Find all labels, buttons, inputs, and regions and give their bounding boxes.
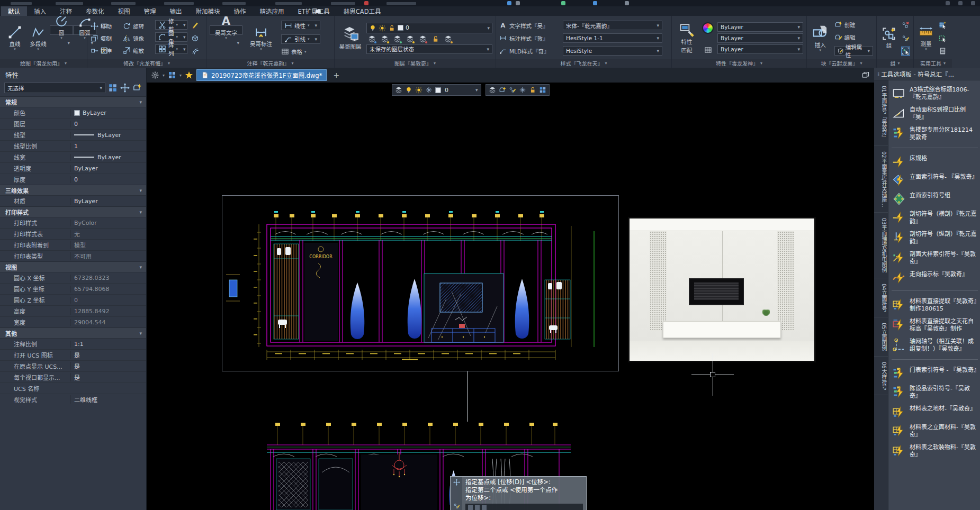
property-row[interactable]: 打印表附着到模型 — [0, 239, 146, 250]
erase-icon[interactable] — [191, 21, 199, 29]
style-dropdown[interactable]: HesiStyle — [563, 46, 662, 56]
property-row[interactable]: UCS 名称 — [0, 382, 146, 394]
ribbon-tab[interactable]: 精选应用 — [253, 6, 291, 16]
annotate-big-button[interactable]: A 吴哥文字▾ — [210, 25, 242, 35]
property-row[interactable]: 图层0 — [0, 118, 146, 129]
palette-item[interactable]: 立面索引符号- 『吴敦奇』 — [892, 171, 978, 189]
palette-item[interactable]: 剖切符号（横剖）『乾元嘉韵』 — [892, 208, 978, 228]
panel-label-draw[interactable]: 绘图『潜龙勿用』 — [0, 59, 87, 68]
layer-tool-icon[interactable] — [419, 35, 427, 43]
panel-label-styles[interactable]: 样式『飞龙在天』 — [496, 59, 671, 68]
layer-tool-icon[interactable] — [381, 35, 389, 43]
draw-tool-button[interactable]: 多段线▾ — [26, 25, 50, 51]
style-dropdown[interactable]: 宋体-『乾元嘉韵』 — [563, 21, 662, 30]
panel-label-block[interactable]: 块『云起龙襄』 — [807, 59, 876, 68]
layer-select-field[interactable]: 0 ▾ — [366, 23, 492, 33]
palette-item[interactable]: 门表索引符号 - 『吴敦奇』 — [892, 364, 978, 382]
palette-item[interactable]: 剖切符号（纵剖）『乾元嘉韵』 — [892, 228, 978, 248]
annotate-big-button[interactable]: 吴哥标注▾ — [245, 25, 277, 51]
property-row[interactable]: 透明度ByLayer — [0, 162, 146, 174]
palette-tab[interactable]: 05立面图例 — [874, 317, 888, 357]
draw-tool-button[interactable]: 圆▾ — [50, 25, 73, 35]
property-row[interactable]: 视觉样式二维线框 — [0, 394, 146, 405]
drawing-tab[interactable]: 20190723帝花溪谷张勇1F立面图.dwg* — [196, 69, 327, 81]
ribbon-tab[interactable]: 视图 — [111, 6, 137, 16]
style-dropdown[interactable]: HesiStyle 1-1 — [563, 33, 662, 43]
section-3d[interactable]: 三维效果 — [0, 185, 146, 195]
property-row[interactable]: 高度12885.8492 — [0, 305, 146, 316]
panel-label-layers[interactable]: 图层『吴敦奇』 — [335, 59, 496, 68]
panel-label-modify[interactable]: 修改『亢龙有悔』 — [87, 59, 206, 68]
palette-item[interactable]: 自动面积S到视口比例『吴』 — [892, 104, 978, 124]
palette-tab[interactable]: 03平面铺地及机电图例 — [874, 213, 888, 278]
match-properties-button[interactable]: 特性 匹配 — [675, 22, 698, 54]
panel-label-utils[interactable]: 实用工具 — [914, 59, 952, 68]
palette-item[interactable]: 轴网轴号（相互关联！成组复制！）『吴敦奇』 — [892, 335, 978, 360]
layer-lock-tool-icon[interactable] — [431, 35, 439, 43]
property-row[interactable]: 在原点显示 UCS...是 — [0, 360, 146, 371]
section-misc[interactable]: 其他 — [0, 327, 146, 338]
layer-freeze-icon[interactable] — [519, 86, 526, 94]
palette-item[interactable]: 立面索引符号组 — [892, 189, 978, 208]
section-plotstyle[interactable]: 打印样式 — [0, 206, 146, 217]
property-row[interactable]: 注释比例1:1 — [0, 338, 146, 349]
property-row[interactable]: 圆心 Z 坐标0 — [0, 294, 146, 305]
grip-handle-icon[interactable]: ⁞⁞ — [877, 71, 878, 77]
palette-item[interactable]: 走向指示标『吴敦奇』 — [892, 268, 978, 291]
layer-lock-icon[interactable] — [529, 86, 536, 94]
palette-item[interactable]: 床规格 — [892, 152, 978, 171]
modify-tool-button[interactable]: 旋转▾ — [123, 20, 155, 32]
property-row[interactable]: 打印样式表无 — [0, 228, 146, 239]
palette-item[interactable]: 材料表直接提取之天花自标高『吴敦奇』制作 — [892, 315, 978, 335]
layer-tool-icon[interactable] — [368, 35, 376, 43]
property-row[interactable]: 打印表类型不可用 — [0, 250, 146, 261]
modify-tool-button[interactable]: 复制▾ — [91, 32, 123, 44]
property-row[interactable]: 打开 UCS 图标是 — [0, 349, 146, 360]
modify-tool-button[interactable]: 镜像▾ — [123, 32, 155, 44]
layer-tool-icon[interactable] — [444, 35, 452, 43]
property-dropdown[interactable]: ByLayer — [717, 33, 803, 43]
annotate-tool-button[interactable]: 引线▾ — [281, 34, 320, 44]
cloud-menu-button[interactable]: ▾ — [309, 6, 331, 16]
block-tool-button[interactable]: 创建 — [834, 21, 873, 29]
group-edit-icon[interactable] — [902, 34, 910, 42]
layer-grid-icon[interactable] — [539, 86, 546, 94]
palette-item[interactable]: 剖面大样索引符号-『吴敦奇』 — [892, 248, 978, 268]
calculator-icon[interactable] — [939, 47, 947, 55]
new-drawing-tab-button[interactable]: + — [330, 71, 343, 79]
ribbon-tab[interactable]: 插入 — [27, 6, 53, 16]
palette-tab[interactable]: 04立面符号 — [874, 278, 888, 317]
palette-tab[interactable]: 01平面符号『吴敦奇』 — [874, 80, 888, 146]
annotate-tool-button[interactable]: 表格▾ — [281, 48, 320, 56]
layer-quick-field[interactable]: 0 ▾ — [392, 84, 481, 96]
property-row[interactable]: 宽度29004.544 — [0, 316, 146, 327]
modify-tool-button[interactable]: 缩放▾ — [123, 44, 155, 57]
ungroup-icon[interactable] — [902, 21, 910, 29]
layer-tool-icon[interactable] — [489, 86, 496, 94]
annotate-tool-button[interactable]: 线性▾ — [281, 21, 320, 30]
modify-tool-button[interactable]: 修剪▾ — [155, 20, 187, 30]
quick-select-icon[interactable] — [132, 83, 142, 93]
property-row[interactable]: 圆心 X 坐标67328.0323 — [0, 272, 146, 283]
drawing-canvas[interactable]: 0 ▾ — [147, 83, 874, 510]
palette-item[interactable]: 售楼部专用分区181214吴敦奇 — [892, 124, 978, 148]
panel-label-properties[interactable]: 特性『毒龙发神』 — [672, 59, 806, 68]
palette-item[interactable]: 材料表之地材-『吴敦奇』 — [892, 403, 978, 421]
quick-view-icon[interactable] — [168, 71, 176, 79]
ribbon-tab[interactable]: 输出 — [163, 6, 189, 16]
explode-icon[interactable] — [191, 34, 199, 42]
palette-item[interactable]: 材料表直接提取『吴敦奇』制作180615 — [892, 295, 978, 315]
property-row[interactable]: 圆心 Y 坐标65794.8068 — [0, 283, 146, 294]
property-row[interactable]: 每个视口都显示...是 — [0, 371, 146, 382]
palette-item[interactable]: A3横式综合标题1806-『乾元嘉韵』 — [892, 84, 978, 104]
layer-state-dropdown[interactable]: 未保存的图层状态 — [366, 44, 492, 54]
panel-label-annotate[interactable]: 注释『乾元嘉韵』 — [206, 59, 334, 68]
modify-tool-button[interactable]: 圆角▾ — [155, 32, 187, 42]
color-wheel-icon[interactable] — [702, 22, 714, 34]
palette-tab[interactable]: 06大样符号 — [874, 357, 888, 396]
property-row[interactable]: 线宽ByLayer — [0, 151, 146, 162]
block-tool-button[interactable]: 编辑 — [834, 33, 873, 41]
group-select-icon[interactable] — [902, 47, 910, 55]
block-tool-button[interactable]: 编辑属性 — [834, 46, 873, 56]
property-dropdown[interactable]: ByLayer — [717, 22, 803, 32]
